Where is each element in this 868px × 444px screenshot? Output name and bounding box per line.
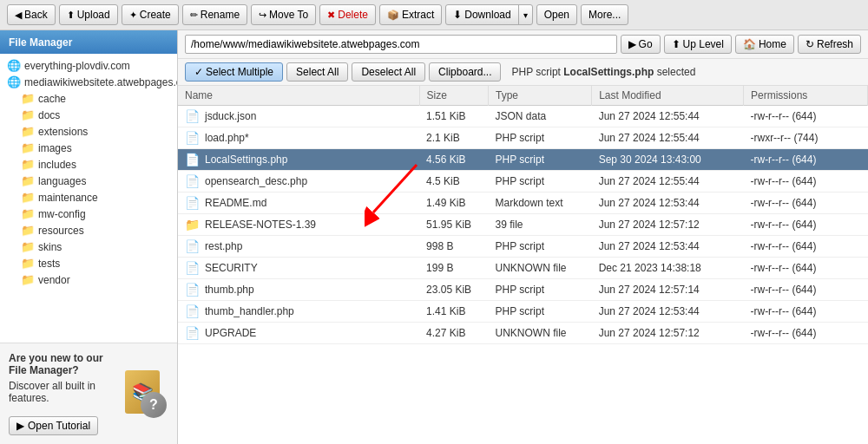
sidebar-item-vendor[interactable]: 📁vendor — [0, 271, 177, 288]
folder-icon: 📁 — [21, 257, 35, 270]
file-name-cell: 📄 thumb_handler.php — [178, 301, 419, 323]
path-input[interactable] — [185, 35, 617, 54]
table-row[interactable]: 📄 UPGRADE 4.27 KiB UNKNOWN file Jun 27 2… — [178, 323, 868, 344]
rename-icon: ✏ — [190, 10, 198, 21]
play-icon: ▶ — [16, 420, 24, 432]
upload-button[interactable]: ⬆ Upload — [59, 4, 118, 25]
clipboard-button[interactable]: Clipboard... — [429, 62, 501, 82]
home-icon: 🏠 — [743, 38, 756, 50]
file-name: LocalSettings.php — [205, 153, 287, 166]
file-icon: 📄 — [185, 239, 200, 253]
file-type: UNKNOWN file — [489, 323, 592, 344]
sidebar-item-includes[interactable]: 📁includes — [0, 156, 177, 173]
extract-icon: 📦 — [387, 10, 399, 21]
refresh-button[interactable]: ↻ Refresh — [798, 35, 861, 54]
create-icon: ✦ — [129, 10, 137, 21]
file-type: Markdown text — [489, 193, 592, 214]
question-icon: ? — [141, 392, 167, 418]
table-row[interactable]: 📄 thumb_handler.php 1.41 KiB PHP script … — [178, 301, 868, 323]
sidebar-item-extensions[interactable]: 📁extensions — [0, 123, 177, 140]
file-type: PHP script — [489, 127, 592, 149]
create-button[interactable]: ✦ Create — [122, 4, 179, 25]
file-name: README.md — [205, 197, 266, 209]
file-perms: -rw-r--r-- (644) — [743, 279, 867, 301]
sidebar-item-cache[interactable]: 📁cache — [0, 90, 177, 107]
sidebar-item-tests[interactable]: 📁tests — [0, 255, 177, 271]
folder-icon: 📁 — [21, 174, 35, 187]
select-all-button[interactable]: Select All — [286, 62, 348, 82]
file-name: load.php* — [205, 132, 249, 144]
open-button[interactable]: Open — [536, 4, 577, 25]
file-type: PHP script — [489, 236, 592, 258]
delete-icon: ✖ — [327, 10, 335, 21]
file-perms: -rw-r--r-- (644) — [743, 301, 867, 323]
file-name-cell: 📄 README.md — [178, 193, 419, 214]
file-type: PHP script — [489, 149, 592, 171]
file-name-cell: 📄 UPGRADE — [178, 323, 419, 344]
file-icon: 📄 — [185, 326, 200, 340]
sidebar-tree: 🌐everything-plovdiv.com🌐mediawikiwebsite… — [0, 54, 177, 343]
file-size: 51.95 KiB — [419, 214, 488, 236]
back-button[interactable]: ◀ Back — [7, 4, 56, 25]
move-icon: ↪ — [259, 10, 266, 21]
file-size: 1.49 KiB — [419, 193, 488, 214]
sidebar-item-languages[interactable]: 📁languages — [0, 173, 177, 189]
table-row[interactable]: 📄 load.php* 2.1 KiB PHP script Jun 27 20… — [178, 127, 868, 149]
sidebar-item-everything-plovdiv[interactable]: 🌐everything-plovdiv.com — [0, 57, 177, 74]
file-size: 998 B — [419, 236, 488, 258]
sidebar-item-resources[interactable]: 📁resources — [0, 222, 177, 238]
tutorial-button[interactable]: ▶ Open Tutorial — [9, 416, 98, 435]
delete-button[interactable]: ✖ Delete — [319, 4, 376, 25]
file-name-cell: 📄 load.php* — [178, 127, 419, 149]
table-row[interactable]: 📄 thumb.php 23.05 KiB PHP script Jun 27 … — [178, 279, 868, 301]
file-name: UPGRADE — [205, 327, 256, 339]
check-icon: ✓ — [194, 66, 203, 78]
table-row[interactable]: 📄 README.md 1.49 KiB Markdown text Jun 2… — [178, 193, 868, 214]
info-title: Are you new to our File Manager? — [9, 352, 118, 376]
file-perms: -rw-r--r-- (644) — [743, 214, 867, 236]
table-row[interactable]: 📁 RELEASE-NOTES-1.39 51.95 KiB 39 file J… — [178, 214, 868, 236]
sidebar-item-skins[interactable]: 📁skins — [0, 238, 177, 255]
up-level-button[interactable]: ⬆ Up Level — [664, 35, 732, 54]
table-row[interactable]: 📄 rest.php 998 B PHP script Jun 27 2024 … — [178, 236, 868, 258]
move-to-button[interactable]: ↪ Move To — [251, 4, 316, 25]
col-size: Size — [419, 86, 488, 106]
file-size: 2.1 KiB — [419, 127, 488, 149]
sidebar-item-docs[interactable]: 📁docs — [0, 107, 177, 123]
file-modified: Jun 27 2024 12:55:44 — [592, 127, 744, 149]
select-multiple-button[interactable]: ✓ Select Multiple — [185, 62, 283, 82]
file-name: opensearch_desc.php — [205, 175, 307, 187]
toolbar: ◀ Back ⬆ Upload ✦ Create ✏ Rename ↪ Move… — [0, 0, 868, 30]
file-table-body: 📄 jsduck.json 1.51 KiB JSON data Jun 27 … — [178, 106, 868, 344]
download-dropdown-arrow[interactable]: ▾ — [519, 7, 532, 23]
file-modified: Jun 27 2024 12:57:14 — [592, 279, 744, 301]
more-button[interactable]: More... — [581, 4, 628, 25]
file-type: PHP script — [489, 301, 592, 323]
table-row[interactable]: 📄 SECURITY 199 B UNKNOWN file Dec 21 202… — [178, 258, 868, 279]
upload-icon: ⬆ — [67, 10, 75, 21]
home-button[interactable]: 🏠 Home — [735, 35, 794, 54]
go-button[interactable]: ▶ Go — [621, 35, 661, 54]
file-size: 1.51 KiB — [419, 106, 488, 127]
table-row[interactable]: 📄 opensearch_desc.php 4.5 KiB PHP script… — [178, 171, 868, 193]
file-type: PHP script — [489, 171, 592, 193]
sidebar-item-mediawiki[interactable]: 🌐mediawikiwebsitete.atwebpages.com — [0, 74, 177, 90]
file-icon: 📄 — [185, 153, 200, 166]
deselect-all-button[interactable]: Deselect All — [352, 62, 425, 82]
table-row[interactable]: 📄 jsduck.json 1.51 KiB JSON data Jun 27 … — [178, 106, 868, 127]
download-button[interactable]: ⬇ Download — [446, 5, 518, 24]
rename-button[interactable]: ✏ Rename — [182, 4, 247, 25]
folder-icon: 📁 — [21, 125, 35, 138]
folder-icon: 🌐 — [7, 59, 21, 72]
table-row[interactable]: 📄 LocalSettings.php 4.56 KiB PHP script … — [178, 149, 868, 171]
sidebar-item-mw-config[interactable]: 📁mw-config — [0, 206, 177, 222]
sidebar-item-maintenance[interactable]: 📁maintenance — [0, 189, 177, 206]
folder-icon: 📁 — [21, 273, 35, 286]
file-icon: 📄 — [185, 304, 200, 318]
file-name: rest.php — [205, 240, 242, 252]
col-type: Type — [489, 86, 592, 106]
file-type: 39 file — [489, 214, 592, 236]
file-type: JSON data — [489, 106, 592, 127]
sidebar-item-images[interactable]: 📁images — [0, 140, 177, 156]
extract-button[interactable]: 📦 Extract — [379, 4, 442, 25]
